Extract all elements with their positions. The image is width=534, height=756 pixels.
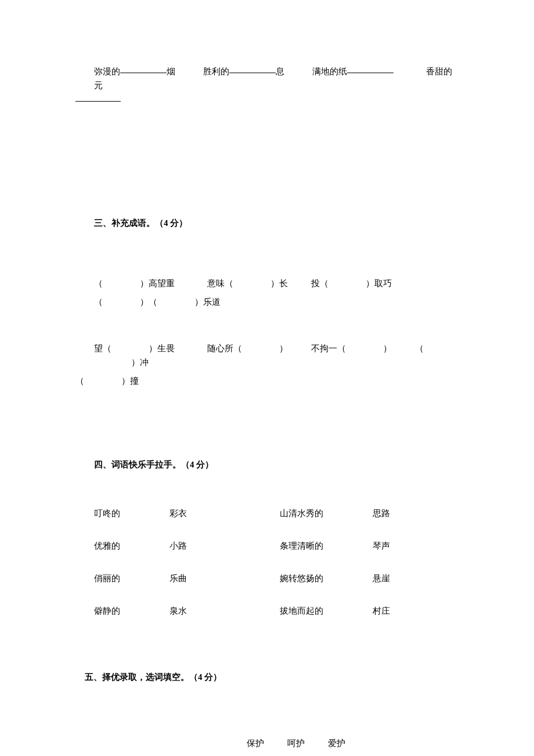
- idiom-text: 冲: [140, 358, 149, 367]
- idiom-row-2: （）（）乐道: [75, 295, 459, 309]
- match-right-word[interactable]: 条理清晰的: [280, 539, 373, 553]
- paren-open: （: [337, 344, 346, 353]
- idiom-text: 随心所: [207, 344, 233, 353]
- idiom-text: 取巧: [374, 279, 392, 288]
- paren-close: ）: [131, 358, 140, 367]
- paren-open: （: [225, 279, 233, 288]
- match-left-target[interactable]: 乐曲: [169, 571, 280, 585]
- paren-close: ）: [279, 344, 288, 353]
- match-left-target[interactable]: 小路: [169, 539, 280, 553]
- fill-blank-section: 弥漫的烟胜利的息满地的纸香甜的元: [75, 64, 459, 107]
- text-prefix-3: 满地的纸: [312, 67, 347, 76]
- paren-close: ）: [383, 344, 392, 353]
- idiom-text: 投: [311, 279, 320, 288]
- match-right-word[interactable]: 拔地而起的: [280, 604, 373, 618]
- match-left-word[interactable]: 俏丽的: [94, 571, 169, 585]
- matching-row: 叮咚的 彩衣 山清水秀的 思路: [94, 506, 459, 520]
- idiom-row-3: 望（）生畏随心所（）不拘一（）（）冲: [75, 341, 459, 369]
- match-right-target[interactable]: 琴声: [373, 539, 419, 553]
- idiom-row-1: （）高望重意味（）长投（）取巧: [75, 276, 459, 290]
- text-prefix-2: 胜利的: [203, 67, 229, 76]
- paren-close: ）: [121, 376, 130, 386]
- idiom-text: 高望重: [149, 279, 175, 288]
- match-left-target[interactable]: 彩衣: [169, 506, 280, 520]
- blank-input-3[interactable]: [347, 63, 394, 73]
- paren-open: （: [320, 279, 329, 288]
- idiom-text: 长: [279, 279, 288, 288]
- match-right-word[interactable]: 婉转悠扬的: [280, 571, 373, 585]
- match-left-word[interactable]: 叮咚的: [94, 506, 169, 520]
- paren-open: （: [94, 297, 103, 307]
- blank-input-4[interactable]: [75, 91, 121, 102]
- paren-open: （: [94, 279, 103, 288]
- match-right-target[interactable]: 悬崖: [373, 571, 419, 585]
- paren-open: （: [75, 376, 84, 386]
- match-right-word[interactable]: 山清水秀的: [280, 506, 373, 520]
- section-5-title: 五、择优录取，选词填空。（4 分）: [75, 670, 459, 684]
- text-suffix-2: 息: [276, 67, 284, 76]
- paren-open: （: [149, 297, 157, 307]
- paren-close: ）: [140, 279, 149, 288]
- word-options-row: 保护呵护爱护: [75, 736, 459, 750]
- match-left-word[interactable]: 僻静的: [94, 604, 169, 618]
- fill-blank-line-2: [75, 92, 459, 107]
- section-4-title: 四、词语快乐手拉手。（4 分）: [75, 458, 459, 471]
- match-left-target[interactable]: 泉水: [169, 604, 280, 618]
- idiom-row-4: （）撞: [75, 374, 459, 388]
- idiom-text: 乐道: [203, 297, 221, 307]
- section-3-title: 三、补充成语。（4 分）: [75, 216, 459, 230]
- matching-row: 僻静的 泉水 拔地而起的 村庄: [94, 604, 459, 618]
- idiom-text: 望: [94, 344, 103, 353]
- idiom-section: （）高望重意味（）长投（）取巧 （）（）乐道 望（）生畏随心所（）不拘一（）（）…: [75, 276, 459, 388]
- text-suffix-1: 烟: [167, 67, 175, 76]
- idiom-text: 撞: [130, 376, 139, 386]
- paren-close: ）: [366, 279, 374, 288]
- paren-open: （: [415, 344, 424, 353]
- matching-section: 叮咚的 彩衣 山清水秀的 思路 优雅的 小路 条理清晰的 琴声 俏丽的 乐曲 婉…: [75, 506, 459, 618]
- matching-row: 优雅的 小路 条理清晰的 琴声: [94, 539, 459, 553]
- text-prefix-1: 弥漫的: [94, 67, 120, 76]
- match-right-target[interactable]: 思路: [373, 506, 419, 520]
- matching-row: 俏丽的 乐曲 婉转悠扬的 悬崖: [94, 571, 459, 585]
- word-option: 爱护: [328, 739, 345, 748]
- paren-close: ）: [270, 279, 279, 288]
- blank-input-1[interactable]: [120, 63, 167, 73]
- paren-open: （: [103, 344, 111, 353]
- paren-close: ）: [149, 344, 157, 353]
- fill-blank-line-1: 弥漫的烟胜利的息满地的纸香甜的元: [75, 64, 459, 92]
- idiom-text: 不拘一: [311, 344, 337, 353]
- paren-close: ）: [140, 297, 149, 307]
- idiom-text: 生畏: [157, 344, 175, 353]
- match-right-target[interactable]: 村庄: [373, 604, 419, 618]
- word-option: 呵护: [287, 739, 305, 748]
- paren-close: ）: [194, 297, 203, 307]
- blank-input-2[interactable]: [229, 63, 276, 73]
- idiom-text: 意味: [207, 279, 225, 288]
- paren-open: （: [233, 344, 242, 353]
- word-option: 保护: [247, 739, 264, 748]
- match-left-word[interactable]: 优雅的: [94, 539, 169, 553]
